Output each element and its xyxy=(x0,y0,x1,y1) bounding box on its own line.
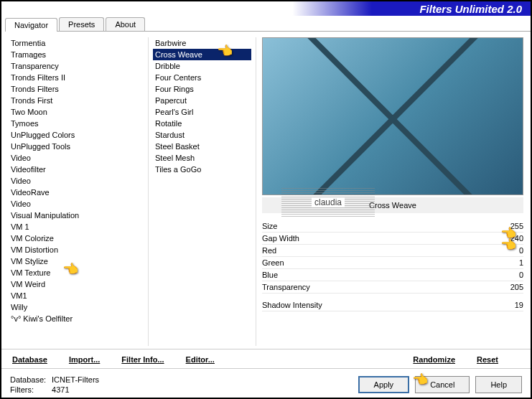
category-list[interactable]: TormentiaTramagesTransparencyTronds Filt… xyxy=(9,37,149,346)
category-item[interactable]: Video xyxy=(9,152,144,164)
category-item[interactable]: Tronds First xyxy=(9,95,144,106)
slider-shadow-intensity[interactable]: Shadow Intensity 19 xyxy=(262,299,523,311)
category-item[interactable]: UnPlugged Colors xyxy=(9,129,144,141)
tab-strip: Navigator Presets About xyxy=(5,17,531,32)
slider-green[interactable]: Green1 xyxy=(262,257,523,269)
slider-label: Size xyxy=(262,222,277,230)
link-randomize[interactable]: Randomize xyxy=(413,355,455,364)
filter-item[interactable]: Steel Mesh xyxy=(153,152,251,164)
slider-value: 1 xyxy=(498,258,523,267)
slider-label: Gap Width xyxy=(262,234,299,243)
category-item[interactable]: Visual Manipulation xyxy=(9,210,144,221)
category-item[interactable]: Transparency xyxy=(9,60,144,72)
slider-value: 0 xyxy=(498,246,523,255)
preview-image xyxy=(262,37,523,195)
category-item[interactable]: Tymoes xyxy=(9,118,144,129)
slider-label: Green xyxy=(262,258,284,267)
link-bar: Database Import... Filter Info... Editor… xyxy=(1,349,531,368)
link-editor[interactable]: Editor... xyxy=(186,355,215,364)
slider-red[interactable]: Red0 xyxy=(262,245,523,257)
slider-value: 255 xyxy=(498,222,523,230)
slider-label: Transparency xyxy=(262,283,310,291)
filter-list[interactable]: BarbwireCross WeaveDribbleFour CentersFo… xyxy=(149,37,256,346)
category-item[interactable]: VM Stylize xyxy=(9,255,144,267)
filter-item[interactable]: Cross Weave xyxy=(153,49,251,60)
filter-item[interactable]: Steel Basket xyxy=(153,141,251,152)
app-title: Filters Unlimited 2.0 xyxy=(419,3,522,15)
filter-item[interactable]: Papercut xyxy=(153,95,251,106)
slider-value: 0 xyxy=(498,271,523,279)
filter-item[interactable]: Barbwire xyxy=(153,37,251,49)
db-name: ICNET-Filters xyxy=(52,375,99,384)
category-item[interactable]: Video xyxy=(9,175,144,187)
filter-item[interactable]: Pearl's Girl xyxy=(153,106,251,118)
button-group: Apply Cancel Help xyxy=(358,376,522,393)
link-database[interactable]: Database xyxy=(12,355,47,364)
main-panel: TormentiaTramagesTransparencyTronds Filt… xyxy=(1,32,531,349)
title-bar: Filters Unlimited 2.0 xyxy=(1,1,531,16)
filters-count: 4371 xyxy=(52,385,69,394)
category-item[interactable]: VM1 xyxy=(9,290,144,301)
tab-navigator[interactable]: Navigator xyxy=(5,18,57,32)
slider-label: Blue xyxy=(262,271,278,279)
category-item[interactable]: VM Colorize xyxy=(9,233,144,244)
filter-item[interactable]: Dribble xyxy=(153,60,251,72)
category-item[interactable]: VM Weird xyxy=(9,278,144,290)
apply-button[interactable]: Apply xyxy=(358,376,410,393)
category-item[interactable]: VideoRave xyxy=(9,187,144,198)
link-filter-info[interactable]: Filter Info... xyxy=(121,355,164,364)
slider-label: Red xyxy=(262,246,276,255)
slider-size[interactable]: Size255 xyxy=(262,220,523,233)
category-item[interactable]: Tormentia xyxy=(9,37,144,49)
category-item[interactable]: VM Texture xyxy=(9,267,144,278)
category-item[interactable]: Two Moon xyxy=(9,106,144,118)
tab-presets[interactable]: Presets xyxy=(59,17,104,31)
category-item[interactable]: °v° Kiwi's Oelfilter xyxy=(9,313,144,324)
category-item[interactable]: Video xyxy=(9,198,144,210)
category-item[interactable]: Tronds Filters II xyxy=(9,72,144,83)
category-item[interactable]: Tramages xyxy=(9,49,144,60)
database-info: Database: ICNET-Filters Filters: 4371 xyxy=(10,375,99,395)
filter-item[interactable]: Four Centers xyxy=(153,72,251,83)
footer: Database: ICNET-Filters Filters: 4371 Ap… xyxy=(1,368,531,399)
link-import[interactable]: Import... xyxy=(69,355,100,364)
slider-value: 19 xyxy=(498,301,523,309)
category-item[interactable]: VM 1 xyxy=(9,221,144,233)
slider-blue[interactable]: Blue0 xyxy=(262,269,523,281)
link-reset[interactable]: Reset xyxy=(477,355,498,364)
slider-label: Shadow Intensity xyxy=(262,301,322,309)
slider-gap-width[interactable]: Gap Width240 xyxy=(262,233,523,245)
slider-transparency[interactable]: Transparency205 xyxy=(262,281,523,294)
filter-item[interactable]: Rotatile xyxy=(153,118,251,129)
filter-item[interactable]: Tiles a GoGo xyxy=(153,164,251,175)
category-item[interactable]: Videofilter xyxy=(9,164,144,175)
slider-group: Size255Gap Width240Red0Green1Blue0Transp… xyxy=(262,220,523,294)
category-item[interactable]: VM Distortion xyxy=(9,244,144,255)
slider-value: 240 xyxy=(498,234,523,243)
slider-value: 205 xyxy=(498,283,523,291)
category-item[interactable]: Tronds Filters xyxy=(9,83,144,95)
category-item[interactable]: UnPlugged Tools xyxy=(9,141,144,152)
filters-label: Filters: xyxy=(10,385,50,395)
category-item[interactable]: Willy xyxy=(9,301,144,313)
filter-item[interactable]: Stardust xyxy=(153,129,251,141)
help-button[interactable]: Help xyxy=(475,376,522,393)
cancel-button[interactable]: Cancel xyxy=(415,376,470,393)
watermark: claudia xyxy=(281,188,375,217)
db-label: Database: xyxy=(10,375,50,385)
filter-item[interactable]: Four Rings xyxy=(153,83,251,95)
tab-about[interactable]: About xyxy=(106,17,145,31)
